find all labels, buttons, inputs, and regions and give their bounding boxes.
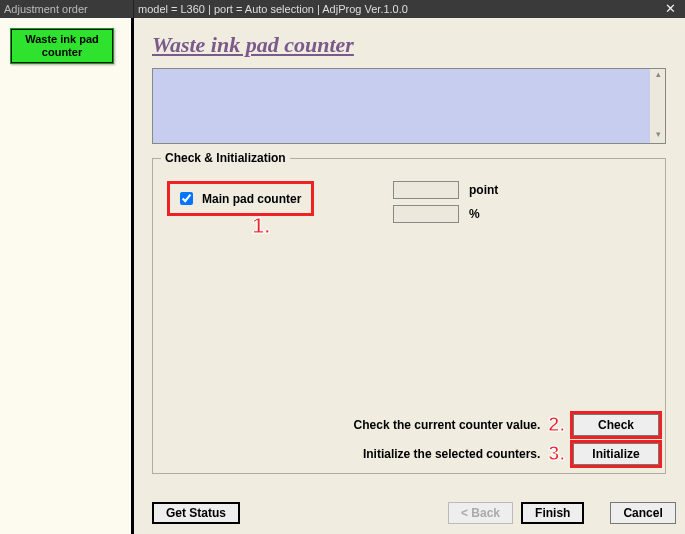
main-pad-label: Main pad counter: [202, 192, 301, 206]
close-icon[interactable]: ✕: [655, 0, 685, 18]
sidebar-item-waste-ink[interactable]: Waste ink pad counter: [10, 28, 114, 64]
sidebar-title: Adjustment order: [0, 0, 134, 18]
initialize-description: Initialize the selected counters.: [363, 447, 540, 461]
main-pad-checkbox[interactable]: [180, 192, 193, 205]
back-button: < Back: [448, 502, 513, 524]
group-legend: Check & Initialization: [161, 151, 290, 165]
point-field: [393, 181, 459, 199]
window-title: model = L360 | port = Auto selection | A…: [138, 0, 408, 18]
main-panel: Waste ink pad counter ▴ ▾ Check & Initia…: [134, 18, 685, 534]
percent-field: [393, 205, 459, 223]
callout-2: 2.: [548, 413, 565, 436]
sidebar: Waste ink pad counter: [0, 18, 134, 534]
check-button[interactable]: Check: [573, 414, 659, 436]
check-init-group: Check & Initialization Main pad counter …: [152, 158, 666, 474]
main-pad-row: Main pad counter: [167, 181, 314, 216]
percent-unit: %: [469, 207, 480, 221]
finish-button[interactable]: Finish: [521, 502, 584, 524]
check-description: Check the current counter value.: [354, 418, 541, 432]
log-textarea[interactable]: ▴ ▾: [152, 68, 666, 144]
cancel-button[interactable]: Cancel: [610, 502, 675, 524]
scroll-down-icon[interactable]: ▾: [650, 129, 666, 143]
initialize-button[interactable]: Initialize: [573, 443, 659, 465]
point-unit: point: [469, 183, 498, 197]
scroll-up-icon[interactable]: ▴: [650, 69, 666, 83]
page-title: Waste ink pad counter: [152, 32, 667, 58]
get-status-button[interactable]: Get Status: [152, 502, 240, 524]
callout-3: 3.: [548, 442, 565, 465]
scrollbar[interactable]: ▴ ▾: [649, 69, 665, 143]
